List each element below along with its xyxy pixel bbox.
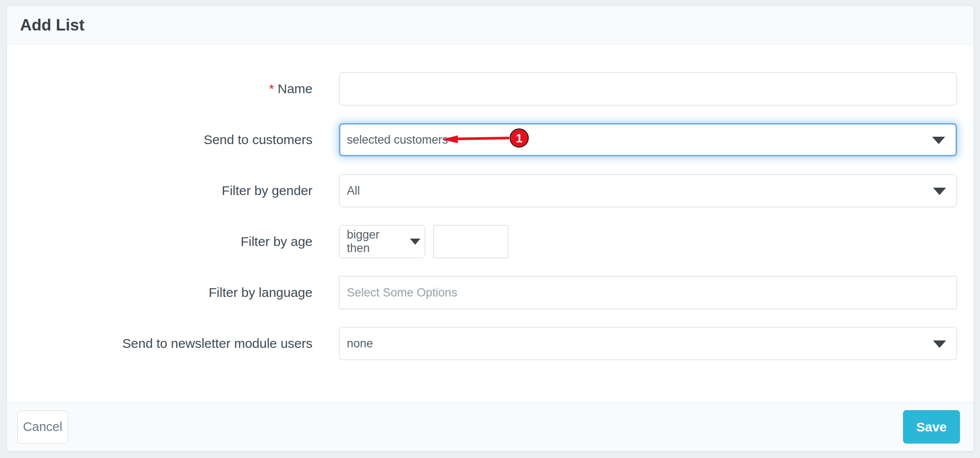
age-operator-select[interactable]: bigger then bbox=[339, 225, 425, 258]
add-list-panel: Add List *Name Send to customers selecte… bbox=[7, 6, 974, 451]
form-row-filter-by-language: Filter by language bbox=[7, 276, 973, 309]
send-to-newsletter-select[interactable]: none bbox=[339, 327, 957, 360]
filter-by-age-label: Filter by age bbox=[7, 234, 312, 249]
form-row-send-to-newsletter: Send to newsletter module users none bbox=[7, 327, 973, 360]
filter-by-gender-select[interactable]: All bbox=[339, 174, 957, 207]
send-to-customers-value: selected customers bbox=[347, 133, 448, 147]
form-row-name: *Name bbox=[7, 72, 973, 105]
required-asterisk: * bbox=[269, 81, 274, 96]
age-value-input[interactable] bbox=[433, 225, 508, 258]
chevron-down-icon bbox=[933, 340, 946, 348]
filter-by-language-label: Filter by language bbox=[7, 285, 312, 300]
form-footer: Cancel Save bbox=[7, 402, 973, 451]
filter-by-language-input[interactable] bbox=[339, 276, 957, 309]
chevron-down-icon bbox=[410, 239, 420, 245]
send-to-newsletter-label: Send to newsletter module users bbox=[7, 336, 312, 351]
send-to-customers-label: Send to customers bbox=[7, 132, 312, 148]
save-button[interactable]: Save bbox=[903, 410, 960, 444]
filter-by-gender-label: Filter by gender bbox=[7, 183, 312, 199]
add-list-form: *Name Send to customers selected custome… bbox=[7, 44, 973, 402]
chevron-down-icon bbox=[932, 137, 945, 144]
cancel-button[interactable]: Cancel bbox=[17, 411, 68, 444]
form-row-filter-by-gender: Filter by gender All bbox=[7, 174, 973, 207]
send-to-newsletter-value: none bbox=[347, 337, 373, 350]
form-row-send-to-customers: Send to customers selected customers bbox=[7, 123, 973, 156]
name-input[interactable] bbox=[339, 72, 957, 105]
page-title: Add List bbox=[20, 16, 84, 34]
filter-by-gender-value: All bbox=[347, 184, 360, 198]
name-label: *Name bbox=[7, 81, 312, 97]
send-to-customers-select[interactable]: selected customers bbox=[339, 123, 957, 156]
form-row-filter-by-age: Filter by age bigger then bbox=[7, 225, 973, 258]
chevron-down-icon bbox=[933, 188, 946, 195]
age-operator-value: bigger then bbox=[347, 228, 399, 255]
name-label-text: Name bbox=[278, 81, 312, 96]
panel-header: Add List bbox=[7, 6, 973, 44]
